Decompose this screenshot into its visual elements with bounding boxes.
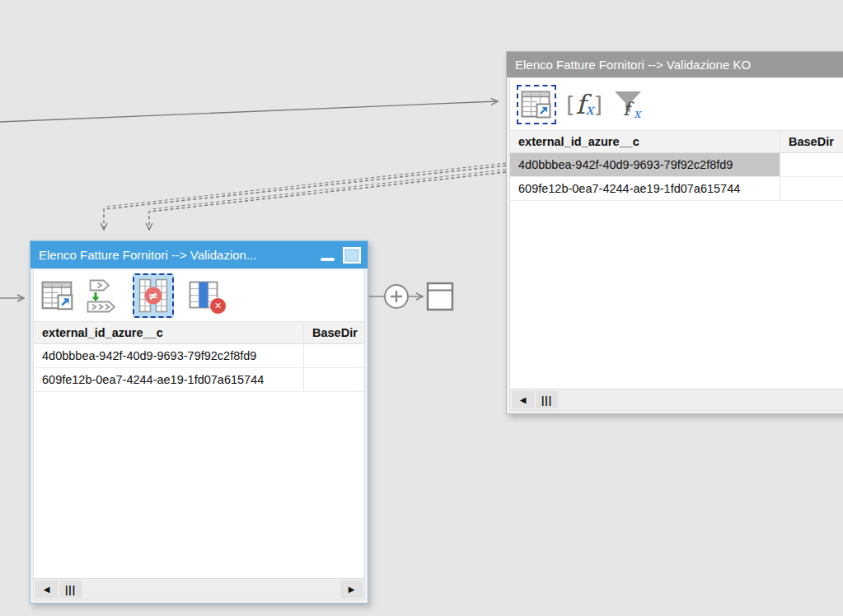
main-row1-basedir[interactable] (304, 344, 364, 367)
formula-icon[interactable]: [fx] (566, 91, 602, 118)
ko-table-row[interactable]: 4d0bbbea-942f-40d9-9693-79f92c2f8fd9 (510, 153, 843, 177)
ko-row2-basedir[interactable] (780, 177, 843, 200)
table-open-glyph (520, 88, 553, 121)
formula-bracket-open: [ (566, 93, 575, 115)
minimize-button[interactable] (321, 258, 335, 261)
formula-x: x (585, 102, 593, 117)
ko-col-basedir[interactable]: BaseDir (780, 131, 843, 152)
main-window-title: Elenco Fatture Fornitori --> Validazion.… (39, 248, 312, 262)
scroll-left-icon[interactable]: ◀ (35, 581, 58, 598)
formula-f: f (576, 91, 586, 118)
filter-x: x (634, 106, 640, 121)
main-row2-external-id[interactable]: 609fe12b-0ea7-4244-ae19-1fd07a615744 (34, 368, 304, 391)
maximize-button[interactable] (343, 247, 361, 264)
add-derived-table-button[interactable] (385, 285, 408, 308)
new-table-node[interactable] (428, 283, 452, 310)
filter-formula-icon[interactable]: f x (612, 87, 645, 122)
ko-window-title: Elenco Fatture Fornitori --> Validazione… (515, 58, 843, 72)
ko-window-titlebar[interactable]: Elenco Fatture Fornitori --> Validazione… (507, 52, 843, 77)
main-toolbar: ≠ ✕ (34, 269, 364, 321)
ko-row1-basedir[interactable] (780, 153, 843, 176)
remove-columns-icon[interactable]: ✕ (187, 278, 223, 313)
scrollbar-grip[interactable]: ||| (59, 581, 82, 598)
table-window-validazione-ko: Elenco Fatture Fornitori --> Validazione… (506, 51, 843, 414)
remove-badge: ✕ (209, 297, 227, 315)
scroll-left-icon[interactable]: ◀ (512, 391, 534, 408)
table-open-icon[interactable] (517, 85, 556, 124)
main-table-header: external_id_azure__c BaseDir (34, 321, 364, 344)
append-tables-glyph (85, 277, 123, 315)
dashed-connector-1-track (105, 163, 506, 207)
main-table-row[interactable]: 4d0bbbea-942f-40d9-9693-79f92c2f8fd9 (34, 344, 364, 368)
ko-row1-external-id[interactable]: 4d0bbbea-942f-40d9-9693-79f92c2f8fd9 (510, 153, 780, 176)
ko-horizontal-scrollbar[interactable]: ◀ ||| (510, 389, 843, 410)
table-window-validazione-main: Elenco Fatture Fornitori --> Validazion.… (30, 240, 368, 604)
dashed-connector-2-track (151, 170, 506, 209)
filter-f: f (623, 99, 630, 119)
main-horizontal-scrollbar[interactable]: ◀ ||| ▶ (34, 578, 364, 600)
ko-col-external-id[interactable]: external_id_azure__c (510, 131, 780, 152)
scrollbar-grip[interactable]: ||| (536, 391, 558, 408)
main-row2-basedir[interactable] (304, 368, 364, 391)
table-open-icon[interactable] (40, 278, 75, 313)
main-col-basedir[interactable]: BaseDir (304, 322, 364, 343)
keep-mismatching-icon[interactable]: ≠ (133, 273, 174, 318)
main-table-row[interactable]: 609fe12b-0ea7-4244-ae19-1fd07a615744 (34, 368, 364, 392)
main-table-empty-area (34, 392, 364, 578)
formula-bracket-close: ] (594, 93, 603, 115)
main-col-external-id[interactable]: external_id_azure__c (34, 322, 304, 343)
scroll-right-icon[interactable]: ▶ (340, 581, 363, 598)
main-window-titlebar[interactable]: Elenco Fatture Fornitori --> Validazion.… (30, 241, 368, 268)
connector-into-ko-window (0, 101, 498, 122)
ko-table-header: external_id_azure__c BaseDir (510, 130, 843, 153)
append-tables-icon[interactable] (85, 277, 123, 315)
ko-table-row[interactable]: 609fe12b-0ea7-4244-ae19-1fd07a615744 (510, 177, 843, 201)
dashed-connector-2 (149, 172, 506, 230)
ko-row2-external-id[interactable]: 609fe12b-0ea7-4244-ae19-1fd07a615744 (510, 177, 780, 200)
not-equal-badge: ≠ (145, 287, 162, 304)
ko-table-empty-area (510, 201, 843, 389)
dashed-connector-1 (104, 166, 506, 230)
main-row1-external-id[interactable]: 4d0bbbea-942f-40d9-9693-79f92c2f8fd9 (34, 344, 304, 367)
ko-toolbar: [fx] f x (510, 78, 843, 130)
table-open-glyph (40, 278, 75, 313)
